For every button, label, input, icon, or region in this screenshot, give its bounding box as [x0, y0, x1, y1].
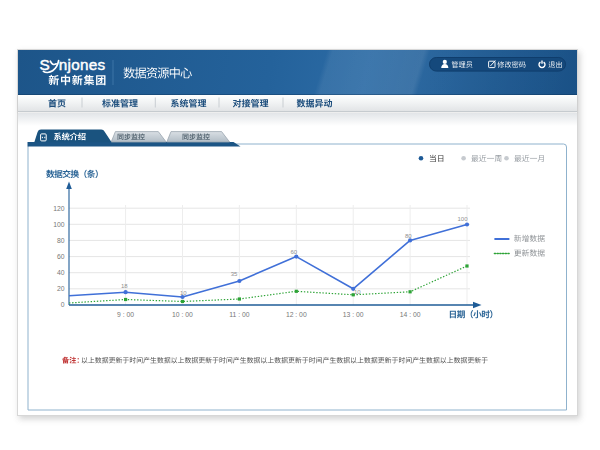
svg-text:10: 10 — [180, 290, 187, 296]
svg-text:0: 0 — [61, 301, 65, 308]
svg-text:S: S — [40, 56, 50, 73]
svg-text:80: 80 — [57, 237, 65, 244]
svg-text:9 : 00: 9 : 00 — [117, 311, 134, 318]
svg-text:35: 35 — [231, 271, 238, 277]
svg-text:100: 100 — [53, 221, 65, 228]
svg-text:60: 60 — [291, 249, 298, 255]
svg-text:100: 100 — [458, 216, 469, 222]
svg-text:20: 20 — [57, 285, 65, 292]
svg-text:12 : 00: 12 : 00 — [286, 311, 307, 318]
svg-text:40: 40 — [57, 269, 65, 276]
svg-text:njones: njones — [59, 56, 106, 73]
svg-text:11 : 00: 11 : 00 — [229, 311, 250, 318]
svg-text:10 : 00: 10 : 00 — [172, 311, 193, 318]
svg-text:120: 120 — [53, 205, 65, 212]
svg-text:18: 18 — [121, 283, 128, 289]
svg-text:10: 10 — [354, 289, 361, 295]
svg-text:14 : 00: 14 : 00 — [400, 311, 421, 318]
svg-text:80: 80 — [405, 233, 412, 239]
svg-text:60: 60 — [57, 253, 65, 260]
svg-text:13 : 00: 13 : 00 — [343, 311, 364, 318]
